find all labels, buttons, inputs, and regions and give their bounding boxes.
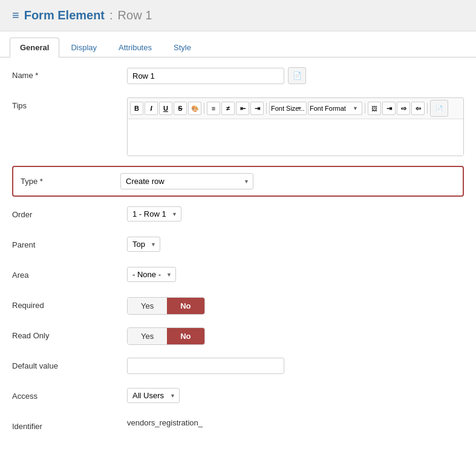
area-row: Area - None - xyxy=(12,267,464,287)
tab-style[interactable]: Style xyxy=(163,38,201,57)
required-yes-button[interactable]: Yes xyxy=(128,298,167,314)
tab-attributes[interactable]: Attributes xyxy=(108,38,162,57)
name-label: Name * xyxy=(12,67,127,80)
parent-label: Parent xyxy=(12,237,127,249)
form-content: Name * 📄 Tips B I U S xyxy=(0,57,476,458)
tips-editor-body[interactable] xyxy=(128,119,463,156)
required-field: Yes No xyxy=(127,297,464,315)
list-ul-button[interactable]: ≡ xyxy=(207,102,220,115)
color-button[interactable]: 🎨 xyxy=(188,102,201,115)
required-toggle-group: Yes No xyxy=(127,297,205,315)
tabs-bar: General Display Attributes Style xyxy=(0,31,476,57)
name-input[interactable] xyxy=(127,68,284,84)
area-select-wrapper: - None - xyxy=(127,267,176,282)
order-select-wrapper: 1 - Row 1 xyxy=(127,206,181,222)
required-no-button[interactable]: No xyxy=(167,298,204,314)
area-label: Area xyxy=(12,267,127,280)
identifier-row: Identifier vendors_registration_ xyxy=(12,418,464,439)
tips-label: Tips xyxy=(12,97,127,110)
toolbar-separator-4 xyxy=(427,103,428,114)
tips-field-wrapper: B I U S 🎨 ≡ ≠ ⇤ ⇥ Font Size... xyxy=(127,97,464,156)
toolbar-separator-3 xyxy=(365,103,365,114)
bold-button[interactable]: B xyxy=(130,102,143,115)
font-format-select[interactable]: Font Format xyxy=(308,102,362,115)
parent-field: Top xyxy=(127,237,464,252)
name-row: Name * 📄 xyxy=(12,67,464,88)
required-row: Required Yes No xyxy=(12,297,464,318)
source-button[interactable]: 📄 xyxy=(430,100,448,117)
readonly-row: Read Only Yes No xyxy=(12,327,464,348)
tab-display[interactable]: Display xyxy=(60,38,107,57)
align-left-button[interactable]: ⇤ xyxy=(236,102,249,115)
order-select[interactable]: 1 - Row 1 xyxy=(127,206,181,222)
font-size-select[interactable]: Font Size... xyxy=(269,102,307,115)
identifier-label: Identifier xyxy=(12,418,127,431)
identifier-field: vendors_registration_ xyxy=(127,418,464,427)
edit-icon: 📄 xyxy=(293,71,302,80)
header-title-main: Form Element xyxy=(24,8,105,22)
order-row: Order 1 - Row 1 xyxy=(12,206,464,227)
strikethrough-button[interactable]: S xyxy=(174,102,187,115)
readonly-toggle-group: Yes No xyxy=(127,327,205,345)
type-label: Type * xyxy=(21,177,120,186)
access-select-wrapper: All Users xyxy=(127,388,180,403)
page-header: ≡ Form Element : Row 1 xyxy=(0,0,476,31)
required-label: Required xyxy=(12,297,127,310)
tips-toolbar-row: B I U S 🎨 ≡ ≠ ⇤ ⇥ Font Size... xyxy=(128,98,463,119)
tab-general[interactable]: General xyxy=(10,38,59,57)
align-right-button[interactable]: ⇥ xyxy=(250,102,264,115)
name-icon-button[interactable]: 📄 xyxy=(288,67,306,84)
default-value-input[interactable] xyxy=(127,358,284,374)
toolbar-separator-2 xyxy=(266,103,267,114)
access-select[interactable]: All Users xyxy=(127,388,180,403)
readonly-label: Read Only xyxy=(12,327,127,340)
parent-select-wrapper: Top xyxy=(127,237,160,252)
italic-button[interactable]: I xyxy=(145,102,158,115)
tips-row: Tips B I U S 🎨 ≡ ≠ ⇤ ⇥ xyxy=(12,97,464,156)
default-value-row: Default value xyxy=(12,358,464,378)
parent-select[interactable]: Top xyxy=(127,237,160,252)
form-element-icon: ≡ xyxy=(12,8,19,22)
underline-button[interactable]: U xyxy=(159,102,172,115)
name-field-wrapper: 📄 xyxy=(127,67,464,84)
default-value-field xyxy=(127,358,464,374)
order-field: 1 - Row 1 xyxy=(127,206,464,222)
outdent-button[interactable]: ⇦ xyxy=(411,102,425,115)
readonly-no-button[interactable]: No xyxy=(167,328,204,344)
align-center-button[interactable]: ⇥ xyxy=(382,102,396,115)
area-select[interactable]: - None - xyxy=(127,267,176,282)
font-format-wrapper: Font Format xyxy=(308,102,362,115)
toolbar-separator-1 xyxy=(204,103,204,114)
type-select[interactable]: Create row xyxy=(120,173,253,189)
order-label: Order xyxy=(12,206,127,219)
parent-row: Parent Top xyxy=(12,237,464,257)
tips-toolbar: B I U S 🎨 ≡ ≠ ⇤ ⇥ Font Size... xyxy=(127,97,464,156)
readonly-yes-button[interactable]: Yes xyxy=(128,328,167,344)
image-button[interactable]: 🖼 xyxy=(368,102,381,115)
list-ol-button[interactable]: ≠ xyxy=(221,102,235,115)
type-select-wrapper: Create row xyxy=(120,173,253,189)
readonly-field: Yes No xyxy=(127,327,464,345)
access-label: Access xyxy=(12,388,127,401)
identifier-value: vendors_registration_ xyxy=(127,415,203,427)
default-value-label: Default value xyxy=(12,358,127,370)
indent-button[interactable]: ⇨ xyxy=(397,102,410,115)
type-row: Type * Create row xyxy=(12,166,464,197)
font-size-wrapper: Font Size... xyxy=(269,102,307,115)
header-title-sub: Row 1 xyxy=(118,8,152,22)
access-field: All Users xyxy=(127,388,464,403)
access-row: Access All Users xyxy=(12,388,464,409)
area-field: - None - xyxy=(127,267,464,282)
header-title-separator: : xyxy=(109,8,113,22)
